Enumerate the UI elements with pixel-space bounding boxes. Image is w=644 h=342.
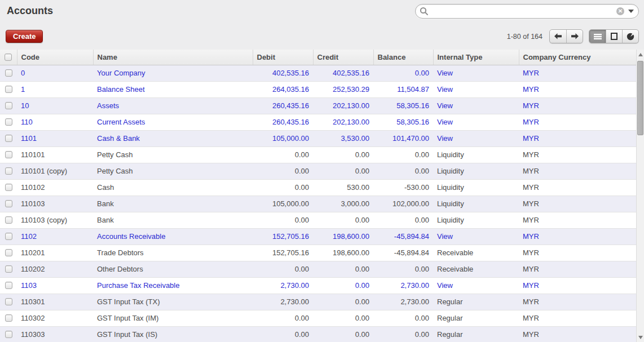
cell-select — [0, 228, 17, 245]
row-checkbox[interactable] — [5, 135, 12, 142]
cell-name: Current Assets — [93, 114, 253, 130]
cell-select — [0, 146, 17, 163]
arrow-right-icon — [571, 33, 579, 39]
cell-code: 110103 (copy) — [17, 212, 93, 228]
row-checkbox[interactable] — [5, 314, 12, 322]
cell-debit: 0.00 — [253, 163, 313, 179]
column-header-company-currency[interactable]: Company Currency — [519, 50, 636, 65]
row-checkbox[interactable] — [5, 184, 12, 191]
cell-company-currency: MYR — [519, 245, 636, 261]
form-view-button[interactable] — [606, 30, 622, 43]
table-row[interactable]: 110Current Assets260,435.16202,130.0058,… — [0, 114, 636, 130]
column-header-internal-type[interactable]: Internal Type — [433, 50, 519, 65]
table-row[interactable]: 10Assets260,435.16202,130.0058,305.16Vie… — [0, 97, 636, 114]
cell-internal-type: View — [433, 114, 519, 130]
cell-internal-type: Regular — [433, 310, 519, 326]
cell-debit: 105,000.00 — [253, 196, 313, 212]
cell-balance: 0.00 — [373, 261, 433, 277]
search-clear-icon[interactable]: ✕ — [616, 7, 624, 15]
row-checkbox[interactable] — [5, 265, 12, 273]
table-row[interactable]: 110101Petty Cash0.000.000.00LiquidityMYR — [0, 146, 636, 163]
table-row[interactable]: 110303GST Input Tax (IS)0.000.000.00Regu… — [0, 326, 636, 342]
cell-name: Assets — [93, 97, 253, 114]
row-checkbox[interactable] — [5, 102, 12, 109]
cell-debit: 0.00 — [253, 261, 313, 277]
table-row[interactable]: 110103Bank105,000.003,000.00102,000.00Li… — [0, 196, 636, 212]
row-checkbox[interactable] — [5, 216, 12, 224]
cell-select — [0, 277, 17, 294]
vertical-scrollbar[interactable] — [636, 50, 644, 342]
row-checkbox[interactable] — [5, 86, 12, 93]
row-checkbox[interactable] — [5, 282, 12, 289]
cell-internal-type: View — [433, 97, 519, 114]
cell-name: GST Input Tax (IS) — [93, 326, 253, 342]
row-checkbox[interactable] — [5, 151, 12, 158]
table-row[interactable]: 110103 (copy)Bank0.000.000.00LiquidityMY… — [0, 212, 636, 228]
cell-internal-type: Liquidity — [433, 179, 519, 196]
table-row[interactable]: 110102Cash0.00530.00-530.00LiquidityMYR — [0, 179, 636, 196]
scroll-up-arrow-icon[interactable] — [637, 51, 644, 59]
create-button[interactable]: Create — [6, 30, 43, 43]
table-row[interactable]: 110301GST Input Tax (TX)2,730.000.002,73… — [0, 294, 636, 310]
row-checkbox[interactable] — [5, 118, 12, 126]
row-checkbox[interactable] — [5, 331, 12, 338]
cell-debit: 260,435.16 — [253, 114, 313, 130]
cell-balance: 101,470.00 — [373, 130, 433, 146]
cell-select — [0, 261, 17, 277]
cell-name: Bank — [93, 196, 253, 212]
pager-prev-button[interactable] — [550, 30, 566, 43]
table-row[interactable]: 110101 (copy)Petty Cash0.000.000.00Liqui… — [0, 163, 636, 179]
cell-name: Petty Cash — [93, 146, 253, 163]
row-checkbox[interactable] — [5, 249, 12, 256]
select-all-checkbox[interactable] — [5, 54, 12, 61]
cell-name: Purchase Tax Receivable — [93, 277, 253, 294]
cell-company-currency: MYR — [519, 326, 636, 342]
row-checkbox[interactable] — [5, 69, 12, 77]
row-checkbox[interactable] — [5, 233, 12, 240]
row-checkbox[interactable] — [5, 167, 12, 175]
scrollbar-thumb[interactable] — [637, 61, 643, 135]
search-input[interactable] — [429, 6, 616, 17]
search-box: ✕ — [415, 4, 639, 19]
table-row[interactable]: 0Your Company402,535.16402,535.160.00Vie… — [0, 65, 636, 81]
table-row[interactable]: 110302GST Input Tax (IM)0.000.000.00Regu… — [0, 310, 636, 326]
column-header-name[interactable]: Name — [93, 50, 253, 65]
pager-text: 1-80 of 164 — [507, 33, 542, 41]
graph-view-button[interactable] — [622, 30, 638, 43]
cell-debit: 2,730.00 — [253, 294, 313, 310]
search-icon[interactable] — [419, 6, 429, 16]
column-header-code[interactable]: Code — [17, 50, 93, 65]
column-header-credit[interactable]: Credit — [313, 50, 373, 65]
table-row[interactable]: 110201Trade Debtors152,705.16198,600.00-… — [0, 245, 636, 261]
search-expand-icon[interactable] — [628, 10, 634, 13]
list-lines-icon — [594, 33, 602, 40]
column-header-debit[interactable]: Debit — [253, 50, 313, 65]
cell-credit: 198,600.00 — [313, 245, 373, 261]
cell-select — [0, 196, 17, 212]
table-row[interactable]: 1102Accounts Receivable152,705.16198,600… — [0, 228, 636, 245]
cell-balance: 0.00 — [373, 146, 433, 163]
scroll-down-arrow-icon[interactable] — [637, 334, 644, 341]
row-checkbox[interactable] — [5, 200, 12, 207]
cell-debit: 0.00 — [253, 146, 313, 163]
cell-balance: 102,000.00 — [373, 196, 433, 212]
cell-internal-type: Regular — [433, 294, 519, 310]
row-checkbox[interactable] — [5, 298, 12, 305]
table-row[interactable]: 1Balance Sheet264,035.16252,530.2911,504… — [0, 81, 636, 97]
cell-name: Trade Debtors — [93, 245, 253, 261]
cell-code: 110101 — [17, 146, 93, 163]
table-row[interactable]: 1101Cash & Bank105,000.003,530.00101,470… — [0, 130, 636, 146]
cell-company-currency: MYR — [519, 261, 636, 277]
column-header-balance[interactable]: Balance — [373, 50, 433, 65]
pager-next-button[interactable] — [566, 30, 583, 43]
cell-credit: 3,000.00 — [313, 196, 373, 212]
list-view-button[interactable] — [589, 30, 606, 43]
table-row[interactable]: 110202Other Debtors0.000.000.00Receivabl… — [0, 261, 636, 277]
cell-select — [0, 65, 17, 81]
cell-company-currency: MYR — [519, 130, 636, 146]
table-row[interactable]: 1103Purchase Tax Receivable2,730.000.002… — [0, 277, 636, 294]
cell-code: 1103 — [17, 277, 93, 294]
cell-internal-type: View — [433, 130, 519, 146]
cell-name: Petty Cash — [93, 163, 253, 179]
cell-company-currency: MYR — [519, 228, 636, 245]
